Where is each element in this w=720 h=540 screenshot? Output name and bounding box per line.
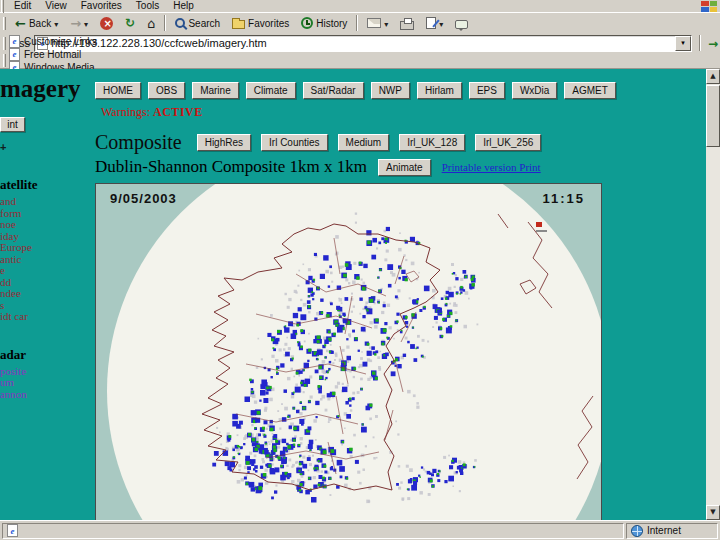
refresh-button[interactable] [119, 14, 141, 33]
animate-button[interactable]: Animate [378, 159, 431, 176]
nav-button-home[interactable]: HOME [95, 82, 141, 99]
sidebar-link[interactable]: idt car [0, 311, 88, 323]
scroll-down-button[interactable]: ▼ [706, 505, 720, 520]
warnings-status[interactable]: ACTIVE [153, 105, 203, 119]
rain-cell [353, 367, 356, 370]
sidebar-link[interactable]: annon [0, 389, 88, 401]
rain-cell [373, 457, 376, 460]
toolbar-grip[interactable] [3, 37, 6, 50]
ie-page-icon [9, 35, 20, 48]
composite-button-irl-uk-128[interactable]: Irl_UK_128 [399, 134, 465, 151]
favorites-button[interactable]: Favorites [226, 14, 295, 33]
nav-button-wxdia[interactable]: WxDia [512, 82, 557, 99]
rain-cell [353, 262, 356, 265]
nav-button-nwp[interactable]: NWP [371, 82, 410, 99]
forward-icon [70, 16, 81, 31]
toolbar-grip[interactable] [3, 54, 6, 67]
history-button[interactable]: History [295, 14, 353, 33]
rain-cell [316, 312, 319, 315]
rain-cell [440, 327, 443, 330]
rain-cell [249, 452, 252, 455]
tree-expander[interactable]: + [0, 141, 88, 153]
menu-edit[interactable]: Edit [7, 0, 38, 12]
rain-cell [271, 452, 274, 455]
rain-cell [277, 446, 280, 449]
rain-cell [405, 259, 407, 261]
scrollbar-thumb[interactable] [706, 85, 720, 147]
go-button[interactable] [708, 34, 718, 52]
menu-view[interactable]: View [38, 0, 74, 12]
rain-cell [377, 356, 380, 359]
scroll-up-button[interactable]: ▲ [706, 69, 720, 84]
print-button[interactable] [394, 14, 420, 33]
discuss-button[interactable] [449, 14, 474, 33]
rain-cell [401, 270, 405, 274]
sidebar-link[interactable]: antic [0, 254, 88, 266]
rain-cell [317, 359, 319, 361]
nav-button-hirlam[interactable]: Hirlam [417, 82, 462, 99]
stop-button[interactable] [94, 14, 119, 33]
rain-cell [359, 482, 362, 485]
composite-button-highres[interactable]: HighRes [197, 134, 251, 151]
address-dropdown-button[interactable]: ▾ [675, 36, 691, 51]
standard-toolbar: BackSearchFavoritesHistory [0, 12, 720, 33]
nav-button-marine[interactable]: Marine [192, 82, 239, 99]
rain-cell [439, 470, 441, 472]
rain-cell [232, 421, 238, 427]
rain-cell [293, 427, 297, 431]
rain-cell [417, 298, 419, 300]
nav-button-obs[interactable]: OBS [148, 82, 185, 99]
rain-cell [336, 306, 340, 310]
rain-cell [294, 435, 297, 438]
rain-cell [397, 364, 401, 368]
toolbar-grip[interactable] [1, 0, 4, 13]
print-icon [400, 21, 414, 30]
sidebar-print-button[interactable]: int [0, 117, 25, 132]
menu-tools[interactable]: Tools [129, 0, 166, 12]
mail-button[interactable] [361, 14, 394, 33]
link-free-hotmail[interactable]: Free Hotmail [9, 48, 97, 61]
rain-cell [293, 408, 295, 410]
sidebar-link-list: andformnoeidayEuropeanticeddndeesidt car [0, 196, 88, 323]
composite-button-irl-counties[interactable]: Irl Counties [261, 134, 328, 151]
rain-cell [325, 409, 328, 412]
sidebar-link[interactable]: Europe [0, 242, 88, 254]
stop-icon [100, 17, 113, 30]
back-button[interactable]: Back [9, 14, 64, 33]
rain-cell [412, 327, 414, 329]
address-url[interactable]: http://193.122.228.130/ccfcweb/imagery.h… [51, 37, 672, 49]
edit-button[interactable] [420, 14, 449, 33]
sidebar-link[interactable]: ndee [0, 288, 88, 300]
toolbar-grip[interactable] [3, 17, 6, 30]
rain-cell [323, 255, 328, 260]
menu-favorites[interactable]: Favorites [74, 0, 129, 12]
nav-button-agmet[interactable]: AGMET [564, 82, 616, 99]
address-input[interactable]: http://193.122.228.130/ccfcweb/imagery.h… [34, 35, 692, 52]
composite-button-medium[interactable]: Medium [338, 134, 390, 151]
rain-cell [353, 376, 355, 378]
nav-button-eps[interactable]: EPS [469, 82, 505, 99]
rain-cell [308, 276, 312, 280]
link-customize-links[interactable]: Customize Links [9, 35, 97, 48]
vertical-scrollbar[interactable]: ▲ ▼ [706, 69, 720, 520]
forward-button[interactable] [64, 14, 94, 33]
search-icon [175, 18, 185, 28]
rain-cell [339, 466, 345, 472]
nav-button-climate[interactable]: Climate [246, 82, 296, 99]
rain-cell [307, 360, 309, 362]
rain-cell [262, 460, 265, 463]
nav-button-sat-radar[interactable]: Sat/Radar [303, 82, 364, 99]
sidebar-link[interactable]: e [0, 265, 88, 277]
rain-cell [317, 349, 323, 355]
printable-version-link[interactable]: Printable version Print [442, 161, 541, 173]
menu-help[interactable]: Help [166, 0, 201, 12]
composite-button-irl-uk-256[interactable]: Irl_UK_256 [475, 134, 541, 151]
rain-cell [307, 457, 311, 461]
sidebar-link[interactable]: um [0, 377, 88, 389]
search-button[interactable]: Search [169, 14, 226, 33]
rain-cell [299, 463, 302, 466]
rain-cell [317, 340, 320, 343]
sidebar-link[interactable]: and [0, 196, 88, 208]
home-button[interactable] [141, 14, 161, 33]
sidebar-link[interactable]: noe [0, 219, 88, 231]
